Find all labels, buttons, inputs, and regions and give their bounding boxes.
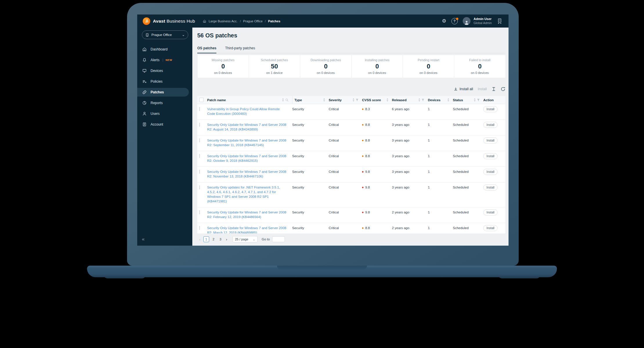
install-row-button[interactable]: Install: [483, 169, 498, 175]
install-row-button[interactable]: Install: [483, 209, 498, 215]
patch-name-link[interactable]: Security Only updates for .NET Framework…: [205, 185, 292, 204]
cvss-value: 8.8: [365, 226, 370, 230]
page-2[interactable]: 2: [211, 237, 216, 242]
install-row-button[interactable]: Install: [483, 225, 498, 231]
patch-severity: Critical: [329, 154, 362, 158]
sort-icon[interactable]: [352, 98, 354, 102]
stat-card: Missing patches 0 on 0 devices: [197, 55, 249, 78]
patch-type: Security: [292, 226, 329, 230]
row-checkbox[interactable]: [199, 138, 200, 142]
breadcrumb-separator: /: [265, 19, 266, 23]
tab-third-party-patches[interactable]: Third-party patches: [225, 46, 255, 53]
table-row: Security Only Update for Windows 7 and S…: [197, 120, 505, 135]
patch-status: Scheduled: [453, 107, 483, 111]
patch-name-link[interactable]: Vulnerability in Group Policy Could Allo…: [205, 107, 292, 116]
table-row: Security Only Update for Windows 7 and S…: [197, 135, 505, 151]
page-3[interactable]: 3: [218, 237, 223, 242]
sort-icon[interactable]: [386, 98, 388, 102]
install-row-button[interactable]: Install: [483, 122, 498, 128]
sidebar-item-devices[interactable]: Devices: [137, 66, 192, 75]
goto-page-input[interactable]: [272, 236, 285, 242]
patch-type: Security: [292, 169, 329, 174]
sidebar-item-label: Account: [151, 122, 163, 126]
patch-status: Scheduled: [453, 210, 483, 215]
row-height-icon[interactable]: [491, 87, 496, 91]
patch-released: 3 years ago: [392, 138, 428, 143]
select-all-checkbox[interactable]: [199, 98, 204, 102]
install-row-button[interactable]: Install: [483, 153, 498, 159]
row-checkbox[interactable]: [199, 123, 200, 127]
sort-icon[interactable]: [474, 98, 476, 102]
stat-devices: on 0 devices: [214, 71, 232, 75]
install-all-button[interactable]: Install all: [454, 87, 473, 91]
column-header: Released: [392, 98, 407, 102]
sidebar-item-alerts[interactable]: Alerts NEW: [137, 56, 192, 64]
help-icon[interactable]: ?: [451, 18, 458, 24]
sidebar-item-reports[interactable]: Reports: [137, 99, 192, 107]
row-checkbox[interactable]: [199, 210, 200, 214]
sidebar-item-policies[interactable]: Policies: [137, 77, 192, 86]
filter-icon[interactable]: [356, 99, 359, 102]
install-row-button[interactable]: Install: [483, 106, 498, 112]
sidebar-item-dashboard[interactable]: Dashboard: [137, 45, 192, 54]
sort-icon[interactable]: [418, 98, 420, 102]
breadcrumb-item[interactable]: Prague Office: [243, 19, 263, 23]
patch-released: 3 years ago: [392, 122, 428, 127]
stat-card: Failed to install 0 on 0 devices: [454, 55, 505, 78]
refresh-icon[interactable]: [501, 87, 505, 91]
filter-icon[interactable]: [422, 99, 424, 102]
sort-icon[interactable]: [447, 98, 449, 102]
row-checkbox[interactable]: [199, 170, 200, 174]
search-icon[interactable]: [285, 98, 289, 102]
sidebar-collapse-icon[interactable]: «: [142, 236, 144, 242]
install-row-button[interactable]: Install: [483, 137, 498, 144]
install-button[interactable]: Install: [478, 87, 487, 91]
company-switcher-icon[interactable]: [497, 18, 503, 24]
sort-icon[interactable]: [282, 98, 284, 102]
row-checkbox[interactable]: [199, 107, 200, 111]
table-toolbar: Install all Install: [197, 87, 505, 91]
sidebar-item-label: Devices: [151, 69, 163, 73]
row-checkbox[interactable]: [199, 185, 200, 189]
patch-name-link[interactable]: Security Only Update for Windows 7 and S…: [205, 138, 292, 147]
row-checkbox[interactable]: [199, 154, 200, 158]
divider: [163, 59, 163, 62]
patch-released: 2 years ago: [392, 210, 428, 215]
page-size-value: 25 / page: [235, 238, 248, 241]
patch-status: Scheduled: [453, 169, 483, 174]
filter-icon[interactable]: [477, 99, 480, 102]
org-selector[interactable]: Prague Office ⌄: [142, 30, 188, 39]
patch-name-link[interactable]: Security Only Update for Windows 7 and S…: [205, 210, 292, 219]
tab-os-patches[interactable]: OS patches: [197, 46, 216, 53]
patch-name-link[interactable]: Security Only Update for Windows 7 and S…: [205, 226, 292, 233]
row-checkbox[interactable]: [199, 226, 200, 230]
install-row-button[interactable]: Install: [483, 184, 498, 191]
laptop-bezel: Avast Business Hub Large Business Acc. /…: [127, 3, 519, 266]
patch-name-link[interactable]: Security Only Update for Windows 7 and S…: [205, 169, 292, 179]
sidebar-item-account[interactable]: Account: [137, 120, 192, 129]
patch-severity: Critical: [329, 169, 362, 174]
patch-severity: Critical: [329, 107, 362, 111]
patch-status: Scheduled: [453, 138, 483, 143]
cvss-value: 9.8: [365, 169, 370, 174]
patch-released: 6 years ago: [392, 107, 428, 111]
sidebar-item-users[interactable]: Users: [137, 109, 192, 118]
column-header: Patch name: [207, 98, 226, 102]
sort-icon[interactable]: [323, 98, 325, 102]
cvss-score: 8.8: [362, 226, 392, 230]
patch-devices: 1: [428, 107, 453, 111]
patch-name-link[interactable]: Security Only Update for Windows 7 and S…: [205, 154, 292, 163]
breadcrumb-item[interactable]: Large Business Acc.: [209, 19, 238, 23]
gear-icon[interactable]: ⚙: [442, 19, 446, 23]
laptop-screen: Avast Business Hub Large Business Acc. /…: [137, 14, 509, 246]
prev-page-icon[interactable]: ‹: [197, 237, 202, 242]
avatar[interactable]: [463, 17, 471, 25]
patch-name-link[interactable]: Security Only Update for Windows 7 and S…: [205, 122, 292, 132]
page-size-select[interactable]: 25 / page ⌄: [233, 236, 258, 242]
page-1[interactable]: 1: [203, 236, 209, 242]
user-menu[interactable]: Admin User Global Admin: [474, 17, 492, 25]
sidebar-item-patches[interactable]: Patches: [137, 88, 189, 97]
next-page-icon[interactable]: ›: [224, 237, 229, 242]
cvss-dot: [362, 124, 363, 126]
download-icon: [454, 87, 458, 91]
